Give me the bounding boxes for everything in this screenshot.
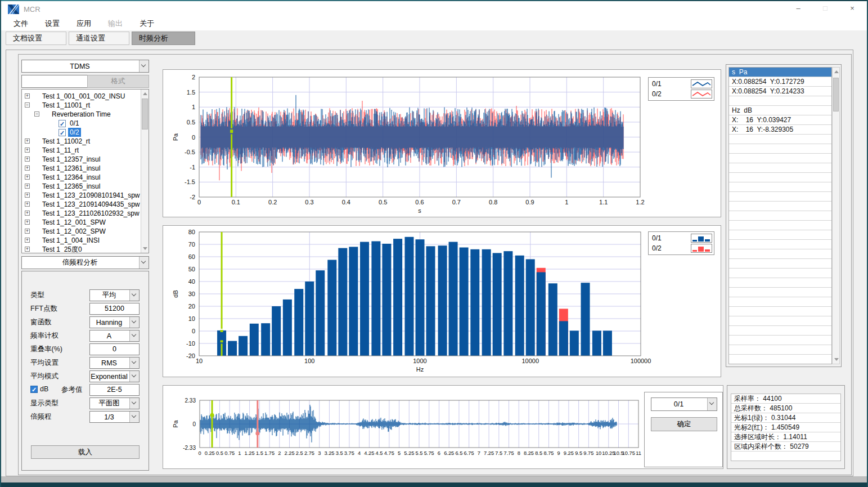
collapse-icon[interactable]: −: [34, 111, 39, 117]
expand-icon[interactable]: +: [25, 238, 30, 243]
cursor-marker[interactable]: [221, 340, 223, 342]
tree-item[interactable]: +Test 1_12357_insul: [22, 155, 140, 164]
analysis-type-select[interactable]: 倍频程分析: [21, 256, 149, 269]
tab-0[interactable]: 文档设置: [6, 32, 66, 45]
form-select[interactable]: 平面图: [89, 397, 140, 409]
tree-item[interactable]: +Test 1_11_rt: [22, 146, 140, 155]
channel-select-value: 0/1: [651, 400, 707, 408]
readout-scrollbar[interactable]: [832, 67, 840, 364]
cursor-dot[interactable]: [255, 431, 259, 435]
expand-icon[interactable]: +: [25, 193, 30, 198]
x-tick-label: 4: [358, 450, 361, 456]
tree-item[interactable]: +Test 1_123_210914094435_spw: [22, 200, 140, 209]
tree-item[interactable]: +Test 1_12365_insul: [22, 182, 140, 191]
scroll-down-icon[interactable]: [834, 358, 839, 361]
minimize-button[interactable]: –: [785, 1, 812, 17]
tree-item[interactable]: +Test 1_25度0: [22, 245, 140, 253]
readout-row: [729, 182, 831, 192]
form-select[interactable]: A: [89, 330, 140, 342]
tree-item[interactable]: +Test 1_12_001_SPW: [22, 218, 140, 227]
tree-item[interactable]: +Test 1_12364_insul: [22, 173, 140, 182]
stat-row: 采样率： 44100: [731, 394, 840, 404]
expand-icon[interactable]: +: [25, 202, 30, 207]
tree-item[interactable]: +Test 1_001_001_002_INSU: [22, 92, 140, 101]
expand-icon[interactable]: +: [25, 229, 30, 234]
y-tick-label: 2: [192, 74, 195, 81]
file-format-select[interactable]: TDMS: [21, 60, 149, 73]
form-select[interactable]: Exponential: [89, 370, 140, 382]
form-select[interactable]: Hanning: [89, 316, 140, 328]
expand-icon[interactable]: +: [25, 148, 30, 153]
menu-item-0[interactable]: 文件: [9, 17, 33, 30]
cursor-marker[interactable]: [230, 131, 233, 133]
scroll-up-icon[interactable]: [834, 70, 839, 73]
load-button[interactable]: 载入: [31, 445, 140, 459]
tree-item-checkbox[interactable]: ✓: [59, 120, 66, 127]
readout-row: [729, 173, 831, 182]
channel-select[interactable]: 0/1: [651, 397, 717, 411]
scrollbar-thumb[interactable]: [833, 78, 839, 111]
db-checkbox[interactable]: ✓: [30, 386, 38, 393]
time-waveform-legend: 0/10/2: [648, 77, 714, 101]
tree-scrollbar[interactable]: [141, 90, 149, 253]
form-select[interactable]: RMS: [89, 357, 140, 369]
form-select[interactable]: 平均: [89, 289, 140, 301]
cursor-dot[interactable]: [210, 413, 214, 417]
x-tick-label: 3: [318, 450, 321, 456]
menu-item-4[interactable]: 关于: [135, 17, 159, 30]
chevron-shape: [132, 400, 136, 404]
scrollbar-thumb[interactable]: [142, 99, 148, 129]
tree-item[interactable]: +Test 1_12_002_SPW: [22, 227, 140, 236]
form-input[interactable]: 51200: [89, 303, 140, 315]
filter-input[interactable]: [21, 75, 88, 88]
tab-1[interactable]: 通道设置: [69, 32, 129, 45]
scroll-down-icon[interactable]: [143, 247, 147, 250]
maximize-button[interactable]: □: [812, 1, 839, 17]
y-tick-label: 50: [188, 266, 195, 272]
tree-item[interactable]: +Test 1_1_004_INSI: [22, 236, 140, 245]
tree-item[interactable]: −Reverberation Time: [22, 110, 140, 119]
tree-item-checkbox[interactable]: ✓: [59, 129, 66, 136]
x-tick-label: 10000: [521, 358, 539, 364]
tree-item[interactable]: ✓0/1: [22, 119, 140, 128]
tree-item[interactable]: −Test 1_11001_rt: [22, 101, 140, 110]
expand-icon[interactable]: +: [25, 166, 30, 171]
legend-label: 0/1: [652, 80, 691, 88]
menu-item-2[interactable]: 应用: [72, 17, 96, 30]
y-axis-label: Pa: [172, 133, 179, 141]
form-select[interactable]: 1/3: [89, 411, 140, 423]
form-input[interactable]: 2E-5: [89, 384, 140, 396]
x-tick-label: 0.4: [342, 199, 350, 205]
expand-icon[interactable]: +: [25, 138, 30, 144]
close-button[interactable]: ×: [839, 1, 866, 17]
x-tick-label: 5.5: [416, 450, 423, 456]
menu-item-1[interactable]: 设置: [41, 17, 64, 30]
form-select-value: 平均: [90, 291, 129, 300]
expand-icon[interactable]: +: [25, 175, 30, 180]
expand-icon[interactable]: +: [25, 93, 30, 99]
y-tick-label: 0: [192, 134, 195, 141]
expand-icon[interactable]: +: [25, 220, 30, 225]
expand-icon[interactable]: +: [25, 247, 30, 252]
form-input[interactable]: 0: [89, 343, 140, 355]
scroll-up-icon[interactable]: [143, 92, 147, 95]
tree-item[interactable]: +Test 1_12361_insul: [22, 164, 140, 173]
tree-item[interactable]: +Test 1_11002_rt: [22, 137, 140, 146]
expand-icon[interactable]: +: [25, 157, 30, 162]
tree-item-label: Test 1_11_rt: [41, 146, 80, 155]
tab-2[interactable]: 时频分析: [132, 32, 195, 45]
menu-item-3[interactable]: 输出: [104, 17, 127, 30]
expand-icon[interactable]: +: [25, 184, 30, 189]
tree-item[interactable]: ✓0/2: [22, 128, 140, 137]
tree-item[interactable]: +Test 1_123_210908101941_spw: [22, 191, 140, 200]
tree-item[interactable]: +Test 1_123_211026102932_spw: [22, 209, 140, 218]
tree-item-label: Test 1_12_002_SPW: [41, 227, 107, 236]
format-button[interactable]: 格式: [87, 75, 149, 88]
x-tick-label: 4.75: [384, 450, 394, 456]
expand-icon[interactable]: +: [25, 211, 30, 216]
collapse-icon[interactable]: −: [25, 102, 30, 108]
y-tick-label: -2.33: [183, 445, 196, 451]
cursor-marker[interactable]: [221, 330, 223, 332]
confirm-button[interactable]: 确定: [651, 417, 717, 431]
tree-item-label: Test 1_25度0: [41, 245, 84, 253]
